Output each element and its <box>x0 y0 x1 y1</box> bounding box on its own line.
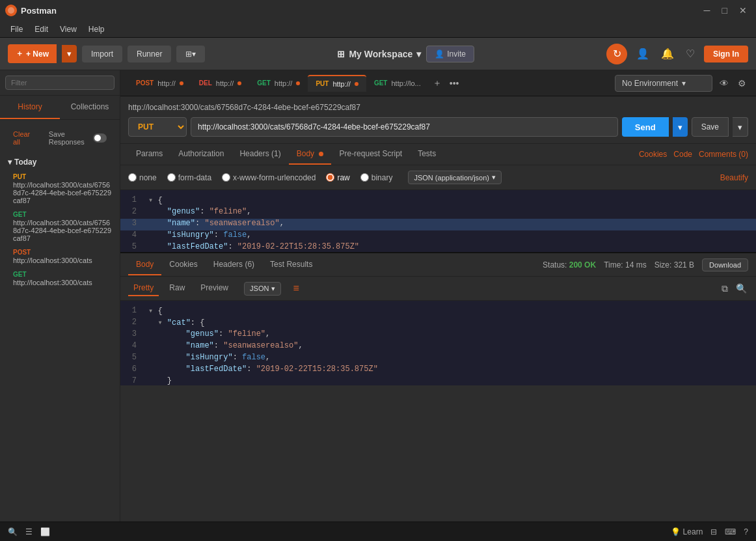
radio-binary[interactable]: binary <box>360 173 393 182</box>
format-chevron-icon: ▾ <box>492 173 496 182</box>
filter-input[interactable] <box>5 76 115 90</box>
settings-btn[interactable]: 🔔 <box>658 45 677 62</box>
list-item[interactable]: POST http://localhost:3000/cats <box>0 245 120 267</box>
env-visibility-btn[interactable]: 👁 <box>718 75 731 92</box>
statusbar-search-btn[interactable]: 🔍 <box>8 527 18 536</box>
format-tab-pretty[interactable]: Pretty <box>128 281 159 296</box>
layout-button[interactable]: ⊞▾ <box>176 46 205 62</box>
new-label: + New <box>26 49 49 59</box>
tab-dot <box>180 81 183 85</box>
url-input[interactable] <box>191 117 618 137</box>
invite-button[interactable]: 👤 Invite <box>426 46 474 62</box>
help-btn[interactable]: ? <box>744 527 748 536</box>
radio-urlencoded[interactable]: x-www-form-urlencoded <box>222 173 316 182</box>
list-item[interactable]: PUT http://localhost:3000/cats/67568d7c-… <box>0 169 120 207</box>
response-tab-cookies[interactable]: Cookies <box>161 255 205 275</box>
new-dropdown-btn[interactable]: ▾ <box>62 45 77 62</box>
close-btn[interactable]: ✕ <box>735 4 751 17</box>
toolbar-right: ↻ 👤 🔔 ♡ Sign In <box>606 44 748 64</box>
keyboard-btn[interactable]: ⌨ <box>725 527 736 536</box>
chevron-right-icon: ▾ <box>8 158 12 167</box>
clear-all-btn[interactable]: Clear all <box>5 128 41 148</box>
menu-file[interactable]: File <box>5 23 28 35</box>
method-select[interactable]: PUT GET POST DELETE PATCH <box>128 117 187 137</box>
sidebar-controls: Clear all Save Responses <box>0 125 120 151</box>
invite-label: Invite <box>447 49 466 59</box>
req-tab-get1[interactable]: GET http:// <box>249 76 308 91</box>
maximize-btn[interactable]: □ <box>718 4 731 17</box>
content-area: POST http:// DEL http:// GET http:// PUT… <box>120 70 756 521</box>
response-tab-testresults[interactable]: Test Results <box>262 255 320 275</box>
radio-none[interactable]: none <box>128 173 157 182</box>
tab-tests[interactable]: Tests <box>410 144 444 165</box>
body-format-select[interactable]: JSON (application/json) ▾ <box>408 171 502 184</box>
response-tab-headers[interactable]: Headers (6) <box>206 255 262 275</box>
menu-help[interactable]: Help <box>83 23 110 35</box>
learn-icon: 💡 <box>671 527 681 536</box>
list-item[interactable]: GET http://localhost:3000/cats <box>0 267 120 289</box>
req-tab-put[interactable]: PUT http:// <box>308 75 366 92</box>
radio-formdata[interactable]: form-data <box>167 173 211 182</box>
response-format-row: Pretty Raw Preview JSON ▾ ≡ ⧉ 🔍 <box>120 277 756 301</box>
minimize-btn[interactable]: ─ <box>700 4 714 17</box>
sidebar-tab-collections[interactable]: Collections <box>60 96 120 119</box>
response-tab-body[interactable]: Body <box>128 255 161 275</box>
menu-view[interactable]: View <box>55 23 82 35</box>
history-group-header[interactable]: ▾ Today <box>0 155 120 169</box>
search-response-btn[interactable]: 🔍 <box>735 282 748 296</box>
send-dropdown-btn[interactable]: ▾ <box>673 117 688 137</box>
learn-button[interactable]: 💡 Learn <box>671 527 703 536</box>
response-format-select[interactable]: JSON ▾ <box>244 282 281 296</box>
plus-icon: ＋ <box>16 48 23 59</box>
format-tab-raw[interactable]: Raw <box>164 281 190 296</box>
toolbar-center: ⊞ My Workspace ▾ 👤 Invite <box>210 46 601 62</box>
req-tab-post[interactable]: POST http:// <box>128 76 191 91</box>
download-button[interactable]: Download <box>702 258 748 271</box>
format-tab-preview[interactable]: Preview <box>195 281 234 296</box>
import-button[interactable]: Import <box>82 46 122 62</box>
tab-params[interactable]: Params <box>128 144 170 165</box>
workspace-button[interactable]: ⊞ My Workspace ▾ <box>337 49 421 59</box>
environment-select[interactable]: No Environment ▾ <box>615 75 712 92</box>
env-settings-btn[interactable]: ⚙ <box>736 75 748 92</box>
send-button[interactable]: Send <box>622 117 669 137</box>
req-tab-del[interactable]: DEL http:// <box>191 76 250 91</box>
tab-overflow-btn[interactable]: ••• <box>446 77 463 90</box>
comments-link[interactable]: Comments (0) <box>699 150 748 159</box>
sync-button[interactable]: ↻ <box>606 44 627 64</box>
list-item[interactable]: GET http://localhost:3000/cats/67568d7c-… <box>0 207 120 245</box>
runner-button[interactable]: Runner <box>128 46 171 62</box>
tab-authorization[interactable]: Authorization <box>170 144 232 165</box>
wrap-btn[interactable]: ≡ <box>291 281 300 296</box>
code-line: 2 "genus": "feline", <box>120 207 756 219</box>
url-area: http://localhost:3000/cats/67568d7c-4284… <box>120 96 756 144</box>
save-dropdown-btn[interactable]: ▾ <box>733 117 748 137</box>
radio-raw[interactable]: raw <box>326 173 349 182</box>
layout-btn[interactable]: ⊟ <box>710 527 717 536</box>
menu-edit[interactable]: Edit <box>29 23 53 35</box>
code-link[interactable]: Code <box>673 150 692 159</box>
req-tab-get2[interactable]: GET http://lo... <box>366 76 429 91</box>
tab-body[interactable]: Body <box>289 144 332 165</box>
statusbar-sidebar-btn[interactable]: ☰ <box>25 527 33 536</box>
add-tab-btn[interactable]: ＋ <box>429 76 446 90</box>
notification-btn[interactable]: 👤 <box>634 45 652 62</box>
tab-headers[interactable]: Headers (1) <box>232 144 288 165</box>
sign-in-button[interactable]: Sign In <box>704 46 748 62</box>
body-tabs: Params Authorization Headers (1) Body Pr… <box>120 144 756 165</box>
response-area: Body Cookies Headers (6) Test Results St… <box>120 252 756 385</box>
sidebar-tab-history[interactable]: History <box>0 96 60 119</box>
save-button[interactable]: Save <box>692 117 729 137</box>
code-line: 5 "lastFedDate": "2019-02-22T15:28:35.87… <box>120 242 756 252</box>
save-responses-switch[interactable] <box>93 133 107 143</box>
body-tab-right: Cookies Code Comments (0) <box>639 150 748 159</box>
copy-response-btn[interactable]: ⧉ <box>720 282 729 296</box>
new-button[interactable]: ＋ + New <box>8 44 57 63</box>
heart-btn[interactable]: ♡ <box>683 45 697 62</box>
env-bar: POST http:// DEL http:// GET http:// PUT… <box>120 70 756 96</box>
statusbar-terminal-btn[interactable]: ⬜ <box>40 527 50 536</box>
beautify-btn[interactable]: Beautify <box>720 173 748 182</box>
cookies-link[interactable]: Cookies <box>639 150 667 159</box>
code-line: 2 ▾ "cat": { <box>120 318 756 329</box>
tab-prerequest[interactable]: Pre-request Script <box>331 144 410 165</box>
